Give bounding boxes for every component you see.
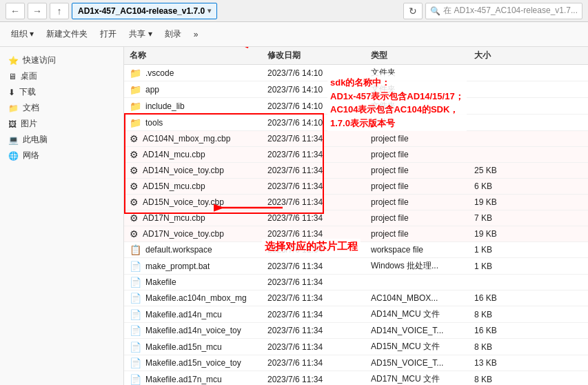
share-button[interactable]: 共享 ▾ xyxy=(123,26,157,43)
file-date: 2023/7/6 11:34 xyxy=(267,229,371,239)
file-type: AD14N_VOICE_T... xyxy=(371,326,474,335)
table-row[interactable]: 📄Makefile.ad14n_mcu2023/7/6 11:34AD14N_M… xyxy=(124,306,588,323)
file-name-label: default.workspace xyxy=(145,245,212,255)
refresh-button[interactable]: ↻ xyxy=(403,3,423,19)
table-row[interactable]: ⚙AD17N_mcu.cbp2023/7/6 11:34project file… xyxy=(124,210,588,226)
file-icon: 📁 xyxy=(130,68,141,79)
more-button[interactable]: » xyxy=(188,26,204,43)
file-icon: 📁 xyxy=(130,117,141,128)
file-type: project file xyxy=(371,134,474,144)
file-name-cell: ⚙AD15N_mcu.cbp xyxy=(130,181,267,192)
table-row[interactable]: 📄make_prompt.bat2023/7/6 11:34Windows 批处… xyxy=(124,258,588,275)
file-name-cell: 📄Makefile.ad17n_mcu xyxy=(130,374,267,385)
burn-button[interactable]: 刻录 xyxy=(159,26,187,43)
file-size: 8 KB xyxy=(474,342,529,352)
file-icon: ⚙ xyxy=(130,181,139,192)
star-icon: ⭐ xyxy=(8,56,19,66)
file-size: 19 KB xyxy=(474,229,529,239)
table-row[interactable]: 📄Makefile2023/7/6 11:34 xyxy=(124,275,588,290)
file-size: 6 KB xyxy=(474,181,529,191)
file-name-cell: 📄Makefile.ad14n_mcu xyxy=(130,309,267,320)
back-button[interactable]: ← xyxy=(6,3,25,19)
titlebar: ← → ↑ AD1x-457_AC104-release_v1.7.0 ▾ ↻ … xyxy=(0,0,588,22)
table-row[interactable]: 📁.vscode2023/7/6 14:10文件夹 xyxy=(124,65,588,81)
file-icon: 📋 xyxy=(130,244,141,255)
table-row[interactable]: 📁app2023/7/6 14:10文件夹 xyxy=(124,81,588,98)
search-bar[interactable]: 🔍 在 AD1x-457_AC104-release_v1.7... xyxy=(425,3,582,19)
file-name-label: AD14N_voice_toy.cbp xyxy=(143,166,224,175)
file-date: 2023/7/6 14:10 xyxy=(267,118,371,128)
file-type: 文件夹 xyxy=(371,67,474,79)
file-icon: 📄 xyxy=(130,309,141,320)
sidebar-item-pictures[interactable]: 🖼 图片 xyxy=(0,116,123,132)
file-icon: 📄 xyxy=(130,277,141,288)
column-type[interactable]: 类型 xyxy=(371,50,474,61)
file-size: 8 KB xyxy=(474,375,529,384)
documents-icon: 📁 xyxy=(8,103,19,113)
organize-button[interactable]: 组织 ▾ xyxy=(6,26,39,43)
up-button[interactable]: ↑ xyxy=(50,3,69,19)
file-date: 2023/7/6 14:10 xyxy=(267,85,371,95)
table-row[interactable]: 📄Makefile.ac104n_mbox_mg2023/7/6 11:34AC… xyxy=(124,290,588,306)
file-icon: 📁 xyxy=(130,84,141,95)
column-name[interactable]: 名称 xyxy=(130,50,267,61)
file-name-label: Makefile.ad15n_voice_toy xyxy=(145,358,241,368)
table-row[interactable]: 📁include_lib2023/7/6 14:10文件夹 xyxy=(124,98,588,115)
forward-button[interactable]: → xyxy=(28,3,47,19)
table-row[interactable]: ⚙AD17N_voice_toy.cbp2023/7/6 11:34projec… xyxy=(124,226,588,242)
breadcrumb-path: AD1x-457_AC104-release_v1.7.0 ▾ xyxy=(72,3,401,19)
file-date: 2023/7/6 11:34 xyxy=(267,310,371,319)
file-icon: 📄 xyxy=(130,293,141,304)
file-date: 2023/7/6 14:10 xyxy=(267,101,371,111)
sidebar-item-desktop[interactable]: 🖥 桌面 xyxy=(0,68,123,84)
sidebar-item-quick-access[interactable]: ⭐ 快速访问 xyxy=(0,52,123,68)
table-row[interactable]: ⚙AD14N_mcu.cbp2023/7/6 11:34project file xyxy=(124,147,588,163)
file-name-label: AC104N_mbox_mg.cbp xyxy=(143,134,230,144)
table-row[interactable]: 📁tools2023/7/6 14:10文件夹 xyxy=(124,115,588,131)
network-icon: 🌐 xyxy=(8,151,19,161)
table-row[interactable]: ⚙AD15N_mcu.cbp2023/7/6 11:34project file… xyxy=(124,179,588,195)
file-type: workspace file xyxy=(371,245,474,255)
file-name-label: make_prompt.bat xyxy=(145,261,210,271)
new-folder-button[interactable]: 新建文件夹 xyxy=(41,26,93,43)
table-row[interactable]: 📄Makefile.ad15n_mcu2023/7/6 11:34AD15N_M… xyxy=(124,339,588,355)
file-name-label: tools xyxy=(145,118,163,128)
file-icon: ⚙ xyxy=(130,149,139,160)
column-size[interactable]: 大小 xyxy=(474,50,529,61)
file-size: 19 KB xyxy=(474,197,529,207)
file-name-cell: ⚙AD17N_mcu.cbp xyxy=(130,213,267,224)
file-date: 2023/7/6 11:34 xyxy=(267,342,371,352)
table-row[interactable]: ⚙AC104N_mbox_mg.cbp2023/7/6 11:34project… xyxy=(124,131,588,147)
sidebar-item-downloads[interactable]: ⬇ 下载 xyxy=(0,84,123,100)
table-row[interactable]: ⚙AD14N_voice_toy.cbp2023/7/6 11:34projec… xyxy=(124,163,588,179)
file-type: AD15N_MCU 文件 xyxy=(371,341,474,353)
sidebar-item-documents[interactable]: 📁 文档 xyxy=(0,100,123,116)
table-row[interactable]: 📋default.workspace2023/7/6 11:34workspac… xyxy=(124,242,588,258)
file-date: 2023/7/6 11:34 xyxy=(267,326,371,335)
sidebar-item-this-pc[interactable]: 💻 此电脑 xyxy=(0,132,123,148)
file-name-label: Makefile.ad15n_mcu xyxy=(145,342,222,352)
file-size: 1 KB xyxy=(474,261,529,271)
file-name-cell: ⚙AC104N_mbox_mg.cbp xyxy=(130,133,267,144)
file-name-label: include_lib xyxy=(145,101,185,111)
current-path-segment[interactable]: AD1x-457_AC104-release_v1.7.0 ▾ xyxy=(72,3,217,19)
file-name-cell: 📄Makefile xyxy=(130,277,267,288)
table-row[interactable]: 📄Makefile.ad15n_voice_toy2023/7/6 11:34A… xyxy=(124,355,588,371)
sidebar-item-network[interactable]: 🌐 网络 xyxy=(0,148,123,164)
file-size: 8 KB xyxy=(474,310,529,319)
table-row[interactable]: 📄Makefile.ad17n_mcu2023/7/6 11:34AD17N_M… xyxy=(124,371,588,385)
file-type: AD15N_VOICE_T... xyxy=(371,358,474,368)
file-name-cell: 📄Makefile.ad15n_mcu xyxy=(130,342,267,353)
file-icon: 📄 xyxy=(130,357,141,368)
table-row[interactable]: ⚙AD15N_voice_toy.cbp2023/7/6 11:34projec… xyxy=(124,195,588,210)
file-date: 2023/7/6 11:34 xyxy=(267,245,371,255)
open-button[interactable]: 打开 xyxy=(94,26,122,43)
file-date: 2023/7/6 14:10 xyxy=(267,68,371,78)
file-name-cell: 📄Makefile.ad14n_voice_toy xyxy=(130,325,267,336)
file-name-label: Makefile.ad17n_mcu xyxy=(145,375,222,384)
path-dropdown-arrow[interactable]: ▾ xyxy=(207,7,211,14)
file-name-cell: 📁tools xyxy=(130,117,267,128)
column-date[interactable]: 修改日期 xyxy=(267,50,371,61)
sidebar: ⭐ 快速访问 🖥 桌面 ⬇ 下载 📁 文档 🖼 图片 💻 此电脑 xyxy=(0,47,124,385)
table-row[interactable]: 📄Makefile.ad14n_voice_toy2023/7/6 11:34A… xyxy=(124,323,588,339)
